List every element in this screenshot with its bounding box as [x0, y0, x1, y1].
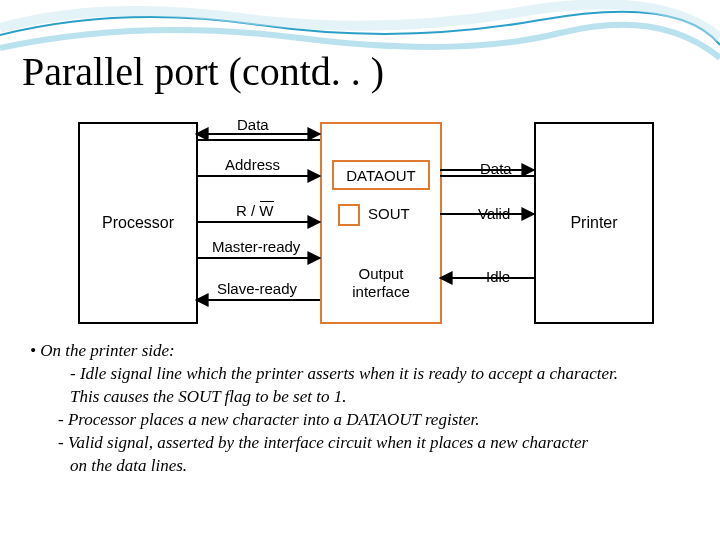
bullet-3a: - Valid signal, asserted by the interfac…	[58, 432, 690, 455]
block-diagram: Processor DATAOUT SOUT Output interface …	[0, 110, 720, 330]
bullet-heading: On the printer side:	[40, 341, 175, 360]
bullet-1b: This causes the SOUT flag to be set to 1…	[70, 386, 690, 409]
bullet-2: - Processor places a new character into …	[58, 409, 690, 432]
bullet-1a: - Idle signal line which the printer ass…	[70, 363, 690, 386]
bullet-3b: on the data lines.	[70, 455, 690, 478]
bullet-text: • On the printer side: - Idle signal lin…	[30, 340, 690, 478]
bullet-dot: •	[30, 341, 40, 360]
page-title: Parallel port (contd. . )	[22, 48, 384, 95]
connectors	[0, 110, 720, 330]
